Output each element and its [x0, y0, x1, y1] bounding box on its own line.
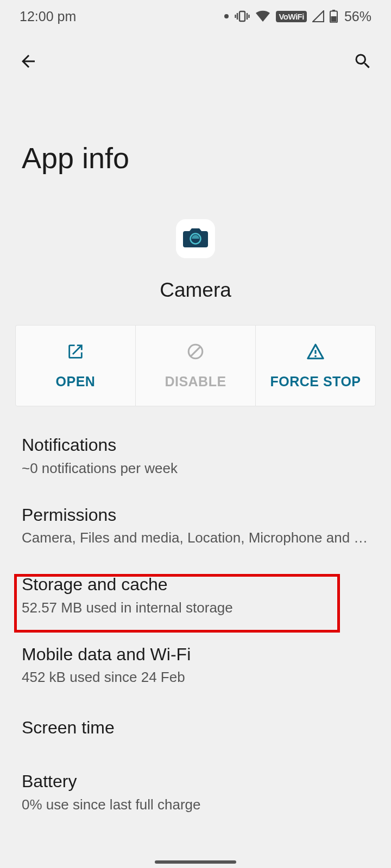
setting-notifications[interactable]: Notifications ~0 notifications per week	[0, 420, 391, 490]
setting-subtitle: 452 kB used since 24 Feb	[22, 669, 369, 686]
vowifi-icon: VoWiFi	[276, 11, 307, 22]
back-arrow-icon	[18, 52, 38, 73]
setting-title: Mobile data and Wi-Fi	[22, 643, 369, 666]
status-bar: 12:00 pm VoWiFi 56	[0, 0, 391, 33]
clock: 12:00 pm	[20, 9, 76, 24]
setting-permissions[interactable]: Permissions Camera, Files and media, Loc…	[0, 490, 391, 560]
status-icons: VoWiFi 56%	[224, 9, 371, 24]
setting-subtitle: 0% use since last full charge	[22, 796, 369, 813]
setting-screen-time[interactable]: Screen time	[0, 699, 391, 757]
signal-icon	[312, 10, 324, 22]
svg-rect-1	[239, 11, 245, 21]
dot-icon	[224, 14, 229, 19]
force-stop-label: FORCE STOP	[270, 374, 361, 390]
app-icon	[176, 219, 215, 258]
app-header: Camera	[0, 219, 391, 302]
open-icon	[66, 342, 85, 364]
toolbar	[0, 33, 391, 91]
search-button[interactable]	[350, 49, 376, 75]
svg-point-13	[314, 355, 317, 357]
open-button[interactable]: OPEN	[16, 326, 136, 406]
setting-title: Notifications	[22, 434, 369, 457]
battery-percent: 56%	[344, 9, 371, 24]
warning-icon	[306, 342, 325, 364]
search-icon	[353, 52, 373, 73]
open-label: OPEN	[56, 374, 96, 390]
setting-subtitle: 52.57 MB used in internal storage	[22, 599, 369, 616]
setting-subtitle: Camera, Files and media, Location, Micro…	[22, 529, 369, 546]
app-name: Camera	[160, 279, 231, 302]
setting-subtitle: ~0 notifications per week	[22, 460, 369, 477]
back-button[interactable]	[15, 49, 41, 75]
page-title: App info	[0, 91, 391, 175]
battery-icon	[330, 10, 338, 23]
setting-title: Battery	[22, 770, 369, 793]
setting-title: Permissions	[22, 504, 369, 527]
svg-point-0	[224, 14, 229, 18]
nav-handle[interactable]	[155, 860, 236, 864]
svg-rect-8	[331, 16, 336, 22]
setting-mobile-data[interactable]: Mobile data and Wi-Fi 452 kB used since …	[0, 630, 391, 700]
setting-battery[interactable]: Battery 0% use since last full charge	[0, 757, 391, 827]
disable-button[interactable]: DISABLE	[136, 326, 256, 406]
disable-label: DISABLE	[165, 374, 226, 390]
settings-list: Notifications ~0 notifications per week …	[0, 420, 391, 827]
disable-icon	[186, 342, 205, 364]
wifi-icon	[255, 10, 270, 22]
force-stop-button[interactable]: FORCE STOP	[256, 326, 375, 406]
svg-line-11	[191, 346, 200, 356]
setting-storage[interactable]: Storage and cache 52.57 MB used in inter…	[0, 560, 391, 630]
setting-title: Screen time	[22, 717, 369, 739]
setting-title: Storage and cache	[22, 573, 369, 596]
camera-icon	[183, 227, 208, 251]
vibrate-icon	[235, 10, 250, 22]
action-row: OPEN DISABLE FORCE STOP	[15, 325, 376, 406]
